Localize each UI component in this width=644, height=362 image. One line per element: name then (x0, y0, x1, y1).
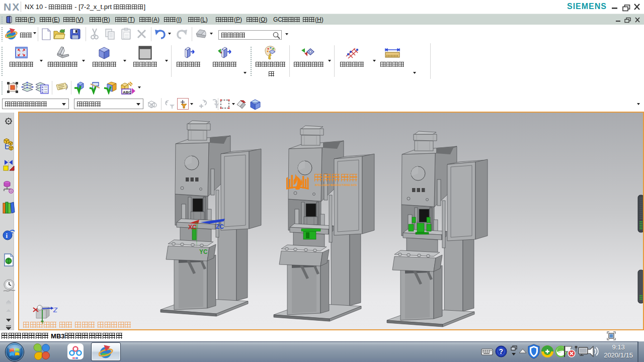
svg-text:ZC: ZC (216, 223, 224, 230)
svg-text:Z: Z (53, 306, 58, 314)
svg-text:?: ? (499, 347, 504, 355)
svg-text:YC: YC (199, 248, 208, 255)
svg-text:i: i (6, 232, 8, 239)
svg-text:XC: XC (188, 224, 197, 231)
svg-text:ABC: ABC (123, 90, 132, 95)
